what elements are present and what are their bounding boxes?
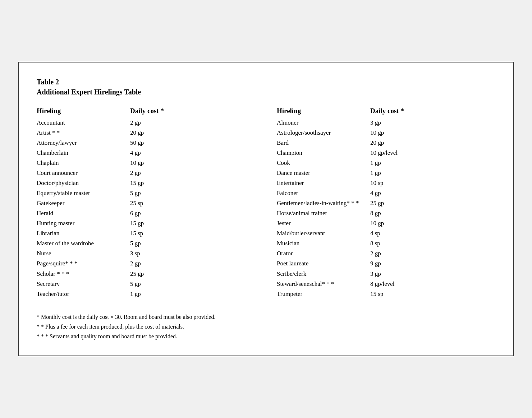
footnote-lines: * Monthly cost is the daily cost × 30. R… <box>37 312 495 342</box>
row-daily-cost: 1 gp <box>370 158 495 168</box>
columns-wrapper: Hireling Daily cost * Accountant2 gpArti… <box>37 107 495 299</box>
row-hireling-name: Scholar * * * <box>37 269 130 279</box>
row-hireling-name: Dance master <box>277 168 370 178</box>
row-hireling-name: Orator <box>277 249 370 259</box>
row-hireling-name: Cook <box>277 158 370 168</box>
row-daily-cost: 20 gp <box>370 138 495 148</box>
left-table-row: Secretary5 gp <box>37 279 255 289</box>
row-daily-cost: 10 gp <box>370 218 495 228</box>
left-table-row: Hunting master15 gp <box>37 218 255 228</box>
left-table-row: Chamberlain4 gp <box>37 148 255 158</box>
row-hireling-name: Champion <box>277 148 370 158</box>
row-hireling-name: Artist * * <box>37 128 130 138</box>
right-table-row: Horse/animal trainer8 gp <box>277 208 495 218</box>
right-table-row: Bard20 gp <box>277 138 495 148</box>
row-hireling-name: Accountant <box>37 118 130 128</box>
row-hireling-name: Falconer <box>277 188 370 198</box>
left-table-row: Equerry/stable master5 gp <box>37 188 255 198</box>
row-hireling-name: Chaplain <box>37 158 130 168</box>
row-daily-cost: 2 gp <box>370 249 495 259</box>
right-table-row: Dance master1 gp <box>277 168 495 178</box>
row-daily-cost: 25 gp <box>370 198 495 208</box>
row-hireling-name: Scribe/clerk <box>277 269 370 279</box>
right-table-row: Steward/seneschal* * *8 gp/level <box>277 279 495 289</box>
footnote-line: * Monthly cost is the daily cost × 30. R… <box>37 312 495 322</box>
row-hireling-name: Poet laureate <box>277 259 370 269</box>
table-title: Table 2 Additional Expert Hirelings Tabl… <box>37 77 495 97</box>
row-hireling-name: Trumpeter <box>277 289 370 299</box>
title-line2: Additional Expert Hirelings Table <box>37 87 495 97</box>
footnotes: * Monthly cost is the daily cost × 30. R… <box>37 309 495 342</box>
row-hireling-name: Gentlemen/ladies-in-waiting* * * <box>277 198 370 208</box>
right-rows: Almoner3 gpAstrologer/soothsayer10 gpBar… <box>277 118 495 299</box>
row-daily-cost: 4 gp <box>130 148 255 158</box>
row-daily-cost: 20 gp <box>130 128 255 138</box>
row-daily-cost: 8 sp <box>370 238 495 249</box>
left-table-row: Gatekeeper25 sp <box>37 198 255 208</box>
row-daily-cost: 10 gp <box>370 128 495 138</box>
right-table-row: Entertainer10 sp <box>277 178 495 188</box>
row-daily-cost: 5 gp <box>130 188 255 198</box>
row-daily-cost: 1 gp <box>370 168 495 178</box>
row-daily-cost: 25 sp <box>130 198 255 208</box>
row-hireling-name: Attorney/lawyer <box>37 138 130 148</box>
right-table-row: Jester10 gp <box>277 218 495 228</box>
row-daily-cost: 4 sp <box>370 228 495 238</box>
title-line1: Table 2 <box>37 77 495 87</box>
row-daily-cost: 8 gp/level <box>370 279 495 289</box>
right-header-hireling: Hireling <box>277 107 370 115</box>
right-table-row: Orator2 gp <box>277 249 495 259</box>
left-table-row: Attorney/lawyer50 gp <box>37 138 255 148</box>
row-daily-cost: 3 sp <box>130 249 255 259</box>
left-table-row: Herald6 gp <box>37 208 255 218</box>
row-hireling-name: Entertainer <box>277 178 370 188</box>
left-column-header: Hireling Daily cost * <box>37 107 255 115</box>
right-table-row: Astrologer/soothsayer10 gp <box>277 128 495 138</box>
left-table-row: Master of the wardrobe5 gp <box>37 238 255 249</box>
right-column-header: Hireling Daily cost * <box>277 107 495 115</box>
left-table-row: Artist * *20 gp <box>37 128 255 138</box>
left-table-row: Nurse3 sp <box>37 249 255 259</box>
right-table-row: Gentlemen/ladies-in-waiting* * *25 gp <box>277 198 495 208</box>
row-daily-cost: 8 gp <box>370 208 495 218</box>
row-daily-cost: 3 gp <box>370 118 495 128</box>
right-table-row: Champion10 gp/level <box>277 148 495 158</box>
right-table-row: Falconer4 gp <box>277 188 495 198</box>
row-hireling-name: Steward/seneschal* * * <box>277 279 370 289</box>
right-table-row: Poet laureate9 gp <box>277 259 495 269</box>
left-rows: Accountant2 gpArtist * *20 gpAttorney/la… <box>37 118 255 299</box>
row-daily-cost: 3 gp <box>370 269 495 279</box>
left-table-row: Accountant2 gp <box>37 118 255 128</box>
row-daily-cost: 10 sp <box>370 178 495 188</box>
row-hireling-name: Equerry/stable master <box>37 188 130 198</box>
left-table-row: Page/squire* * *2 gp <box>37 259 255 269</box>
row-hireling-name: Musician <box>277 238 370 249</box>
row-daily-cost: 10 gp <box>130 158 255 168</box>
row-hireling-name: Teacher/tutor <box>37 289 130 299</box>
row-hireling-name: Page/squire* * * <box>37 259 130 269</box>
left-header-cost: Daily cost * <box>130 107 255 115</box>
row-hireling-name: Secretary <box>37 279 130 289</box>
row-daily-cost: 1 gp <box>130 289 255 299</box>
left-table-row: Court announcer2 gp <box>37 168 255 178</box>
row-hireling-name: Hunting master <box>37 218 130 228</box>
left-table-row: Doctor/physician15 gp <box>37 178 255 188</box>
row-hireling-name: Bard <box>277 138 370 148</box>
footnote-line: * * Plus a fee for each item produced, p… <box>37 322 495 331</box>
row-hireling-name: Horse/animal trainer <box>277 208 370 218</box>
row-hireling-name: Court announcer <box>37 168 130 178</box>
right-table-row: Almoner3 gp <box>277 118 495 128</box>
row-daily-cost: 15 gp <box>130 218 255 228</box>
row-daily-cost: 15 sp <box>130 228 255 238</box>
right-table-row: Scribe/clerk3 gp <box>277 269 495 279</box>
row-hireling-name: Gatekeeper <box>37 198 130 208</box>
row-daily-cost: 6 gp <box>130 208 255 218</box>
page-container: Table 2 Additional Expert Hirelings Tabl… <box>18 62 514 356</box>
right-table-row: Maid/butler/servant4 sp <box>277 228 495 238</box>
row-hireling-name: Astrologer/soothsayer <box>277 128 370 138</box>
row-daily-cost: 4 gp <box>370 188 495 198</box>
row-hireling-name: Chamberlain <box>37 148 130 158</box>
row-hireling-name: Maid/butler/servant <box>277 228 370 238</box>
row-hireling-name: Nurse <box>37 249 130 259</box>
right-header-cost: Daily cost * <box>370 107 495 115</box>
